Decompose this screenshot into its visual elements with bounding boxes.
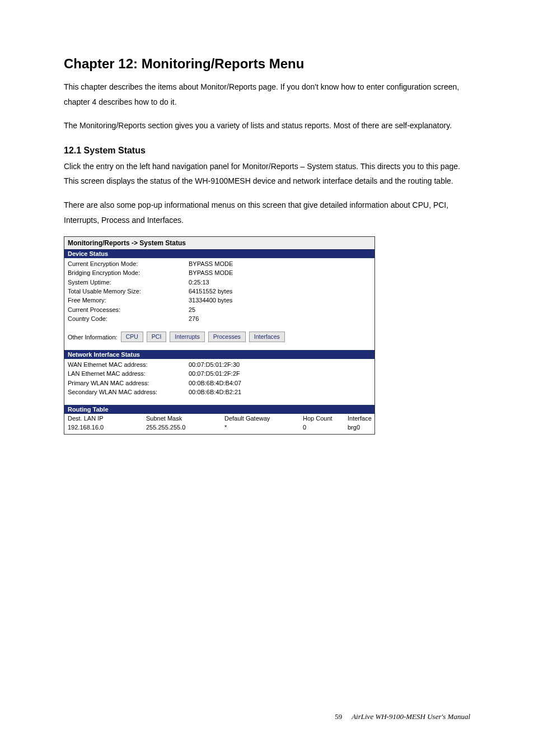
cell-subnet-mask: 255.255.255.0: [146, 424, 224, 431]
kv-value: 00:0B:6B:4D:B2:21: [189, 388, 371, 397]
kv-label: Current Processes:: [68, 306, 189, 315]
para-12-1-a: Click the entry on the left hand navigat…: [64, 159, 470, 189]
device-status-band: Device Status: [64, 249, 374, 258]
col-hop-count: Hop Count: [303, 415, 348, 422]
section-title-12-1: 12.1 System Status: [64, 146, 470, 156]
col-default-gateway: Default Gateway: [224, 415, 303, 422]
other-information-label: Other Information:: [68, 334, 118, 340]
kv-label: LAN Ethernet MAC address:: [68, 370, 189, 379]
kv-label: WAN Ethernet MAC address:: [68, 361, 189, 370]
pci-button[interactable]: PCI: [147, 332, 167, 342]
col-dest-lan-ip: Dest. LAN IP: [68, 415, 146, 422]
doc-title: AirLive WH-9100-MESH User's Manual: [352, 712, 470, 721]
para-12-1-b: There are also some pop-up informational…: [64, 198, 470, 227]
panel-breadcrumb: Monitoring/Reports -> System Status: [64, 237, 374, 249]
processes-button[interactable]: Processes: [208, 332, 246, 342]
kv-value: 00:0B:6B:4D:B4:07: [189, 379, 371, 388]
kv-value: 00:07:D5:01:2F:2F: [189, 370, 371, 379]
cell-default-gateway: *: [224, 424, 303, 431]
system-status-panel: Monitoring/Reports -> System Status Devi…: [64, 236, 375, 435]
kv-label: Secondary WLAN MAC address:: [68, 388, 189, 397]
cell-interface: brg0: [348, 424, 371, 431]
kv-value: 64151552 bytes: [189, 287, 371, 296]
kv-label: Primary WLAN MAC address:: [68, 379, 189, 388]
kv-label: Country Code:: [68, 315, 189, 324]
kv-value: BYPASS MODE: [189, 260, 371, 269]
network-interface-list: WAN Ethernet MAC address:00:07:D5:01:2F:…: [64, 359, 374, 405]
page: Chapter 12: Monitoring/Reports Menu This…: [0, 0, 534, 756]
routing-table-row: 192.168.16.0 255.255.255.0 * 0 brg0: [64, 423, 374, 434]
chapter-title: Chapter 12: Monitoring/Reports Menu: [64, 56, 470, 72]
cell-dest-lan-ip: 192.168.16.0: [68, 424, 146, 431]
kv-value: 25: [189, 306, 371, 315]
kv-value: 276: [189, 315, 371, 324]
col-interface: Interface: [348, 415, 372, 422]
page-number: 59: [335, 712, 342, 721]
kv-label: Total Usable Memory Size:: [68, 287, 189, 296]
interrupts-button[interactable]: Interrupts: [170, 332, 204, 342]
other-information-row: Other Information: CPU PCI Interrupts Pr…: [64, 324, 374, 350]
network-interface-status-band: Network Interface Status: [64, 350, 374, 359]
para-intro-1: This chapter describes the items about M…: [64, 80, 470, 109]
device-status-list: Current Encryption Mode:BYPASS MODE Brid…: [64, 258, 374, 324]
kv-value: 0:25:13: [189, 278, 371, 287]
kv-label: Free Memory:: [68, 296, 189, 305]
routing-table-header: Dest. LAN IP Subnet Mask Default Gateway…: [64, 414, 374, 423]
col-subnet-mask: Subnet Mask: [146, 415, 224, 422]
kv-value: 31334400 bytes: [189, 296, 371, 305]
kv-label: Bridging Encryption Mode:: [68, 269, 189, 278]
cpu-button[interactable]: CPU: [121, 332, 143, 342]
para-intro-2: The Monitoring/Reports section gives you…: [64, 118, 470, 133]
kv-label: Current Encryption Mode:: [68, 260, 189, 269]
kv-value: 00:07:D5:01:2F:30: [189, 361, 371, 370]
kv-value: BYPASS MODE: [189, 269, 371, 278]
interfaces-button[interactable]: Interfaces: [249, 332, 285, 342]
page-footer: 59 AirLive WH-9100-MESH User's Manual: [335, 712, 470, 721]
kv-label: System Uptime:: [68, 278, 189, 287]
cell-hop-count: 0: [303, 424, 348, 431]
routing-table-band: Routing Table: [64, 405, 374, 414]
